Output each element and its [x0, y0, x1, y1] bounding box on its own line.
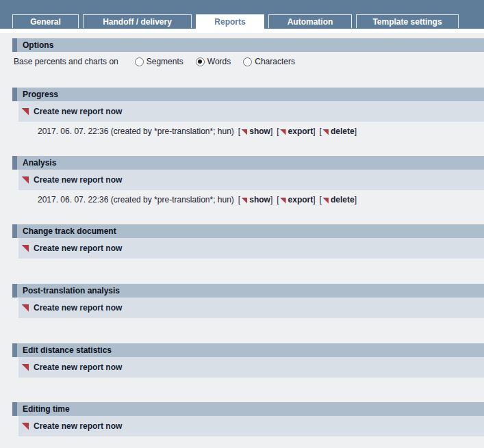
base-percents-row: Base percents and charts on Segments Wor… [0, 52, 484, 71]
red-flag-icon [21, 108, 29, 116]
create-new-report-link-change-track[interactable]: Create new report now [18, 238, 484, 259]
bracket-open: [ [277, 195, 279, 205]
tab-handoff-delivery[interactable]: Handoff / delivery [83, 14, 192, 28]
bracket-close: ] [313, 127, 315, 136]
bracket-open: [ [277, 127, 279, 136]
tab-general[interactable]: General [12, 14, 79, 28]
report-action-delete[interactable]: [delete] [320, 127, 357, 136]
spacer [0, 141, 484, 156]
red-flag-icon [241, 198, 247, 204]
report-action-delete[interactable]: [delete] [320, 195, 357, 205]
report-entry-text: 2017. 06. 07. 22:36 (created by *pre-tra… [38, 127, 234, 136]
radio-circle-words [196, 57, 205, 66]
create-new-report-label: Create new report now [34, 363, 122, 372]
progress-title: Progress [23, 90, 58, 99]
report-action-label: show [249, 195, 270, 205]
tab-automation[interactable]: Automation [268, 14, 352, 28]
bracket-close: ] [355, 195, 357, 205]
base-percents-label: Base percents and charts on [14, 57, 118, 66]
red-flag-icon [21, 176, 29, 184]
create-new-report-label: Create new report now [34, 175, 122, 185]
bracket-open: [ [238, 195, 240, 205]
radio-label-words: Words [207, 57, 231, 66]
editing-time-title: Editing time [23, 404, 70, 414]
analysis-section-header: Analysis [12, 156, 484, 170]
red-flag-icon [21, 245, 29, 252]
options-section-header: Options [12, 38, 484, 52]
radio-circle-segments [135, 57, 144, 66]
post-translation-section-header: Post-translation analysis [12, 284, 484, 298]
create-new-report-link-editing-time[interactable]: Create new report now [18, 416, 484, 436]
spacer [0, 318, 484, 343]
tab-strip: General Handoff / delivery Reports Autom… [12, 14, 459, 29]
create-new-report-label: Create new report now [34, 421, 122, 431]
post-translation-title: Post-translation analysis [23, 286, 120, 295]
radio-segments[interactable]: Segments [135, 57, 183, 66]
tab-reports[interactable]: Reports [196, 14, 264, 29]
section-options: Options Base percents and charts on Segm… [0, 38, 484, 71]
options-title: Options [23, 40, 53, 50]
report-entry: 2017. 06. 07. 22:36 (created by *pre-tra… [0, 122, 484, 141]
spacer [0, 209, 484, 224]
bracket-close: ] [270, 127, 272, 136]
radio-words[interactable]: Words [196, 57, 231, 66]
bracket-close: ] [270, 195, 272, 205]
red-flag-icon [241, 129, 247, 135]
change-track-title: Change track document [23, 226, 116, 236]
radio-circle-characters [243, 57, 252, 66]
bracket-open: [ [320, 127, 322, 136]
tab-template-settings[interactable]: Template settings [356, 14, 459, 28]
section-progress: Progress Create new report now 2017. 06.… [0, 88, 484, 141]
report-action-label: show [249, 127, 270, 136]
red-flag-icon [280, 129, 286, 135]
create-new-report-label: Create new report now [34, 243, 122, 253]
section-editing-time: Editing time Create new report now [0, 402, 484, 436]
red-flag-icon [21, 304, 29, 312]
edit-distance-title: Edit distance statistics [23, 345, 112, 355]
report-entry-text: 2017. 06. 07. 22:36 (created by *pre-tra… [38, 195, 234, 205]
create-new-report-label: Create new report now [34, 107, 122, 116]
spacer [0, 259, 484, 284]
report-action-label: export [288, 195, 314, 205]
create-new-report-link-progress[interactable]: Create new report now [18, 101, 484, 122]
change-track-section-header: Change track document [12, 224, 484, 238]
report-action-show[interactable]: [show] [238, 195, 272, 205]
red-flag-icon [322, 129, 329, 135]
report-action-show[interactable]: [show] [238, 127, 272, 136]
bracket-open: [ [320, 195, 322, 205]
create-new-report-link-edit-distance[interactable]: Create new report now [18, 357, 484, 378]
red-flag-icon [322, 198, 329, 204]
report-action-export[interactable]: [export] [277, 195, 315, 205]
section-analysis: Analysis Create new report now 2017. 06.… [0, 156, 484, 209]
edit-distance-section-header: Edit distance statistics [12, 343, 484, 357]
progress-section-header: Progress [12, 88, 484, 101]
report-action-label: export [288, 127, 314, 136]
tab-bar: General Handoff / delivery Reports Autom… [0, 0, 484, 29]
red-flag-icon [280, 198, 286, 204]
create-new-report-link-analysis[interactable]: Create new report now [18, 170, 484, 190]
editing-time-section-header: Editing time [12, 402, 484, 416]
section-edit-distance-statistics: Edit distance statistics Create new repo… [0, 343, 484, 378]
radio-characters[interactable]: Characters [243, 57, 295, 66]
spacer [0, 378, 484, 402]
spacer [0, 71, 484, 88]
bracket-close: ] [313, 195, 315, 205]
section-post-translation-analysis: Post-translation analysis Create new rep… [0, 284, 484, 318]
red-flag-icon [21, 423, 29, 430]
content-top-strip [0, 29, 484, 33]
bracket-open: [ [238, 127, 240, 136]
radio-label-characters: Characters [255, 57, 295, 66]
report-action-export[interactable]: [export] [277, 127, 315, 136]
report-action-label: delete [331, 127, 355, 136]
report-action-label: delete [331, 195, 355, 205]
bracket-close: ] [355, 127, 357, 136]
section-change-track-document: Change track document Create new report … [0, 224, 484, 259]
analysis-title: Analysis [23, 158, 56, 168]
report-entry: 2017. 06. 07. 22:36 (created by *pre-tra… [0, 190, 484, 209]
radio-label-segments: Segments [147, 57, 183, 66]
create-new-report-label: Create new report now [34, 303, 122, 313]
create-new-report-link-post-translation[interactable]: Create new report now [18, 298, 484, 318]
red-flag-icon [21, 364, 29, 371]
